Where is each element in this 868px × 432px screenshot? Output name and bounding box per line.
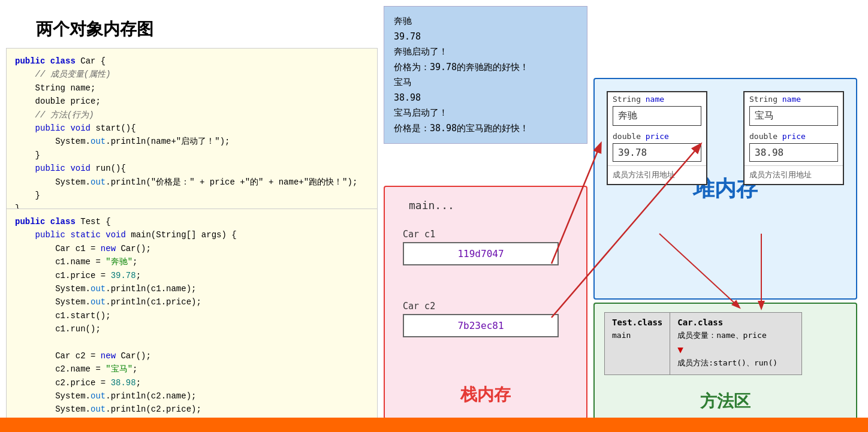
car-class-title: Car.class [677,318,794,327]
method-area-box: Test.class main Car.class 成员变量：name、pric… [593,303,857,422]
car-class-method-arrow: ▼ [677,342,794,358]
car-class-methods: 成员方法:start()、run() [677,357,794,370]
stack-c2-ref: 7b23ec81 [403,314,559,337]
stack-memory-label: 栈内存 [460,383,511,406]
obj1-method-ref: 成员方法引用地址 [608,165,706,184]
stack-c2-label: Car c2 [403,301,559,312]
heap-obj1-card: String name 奔驰 double price 39.78 成员方法引用… [607,91,707,185]
method-area-label: 方法区 [700,390,751,413]
car-class-members: 成员变量：name、price [677,330,794,342]
stack-memory-box: main... Car c1 119d7047 Car c2 7b23ec81 … [384,186,587,419]
stack-main-label: main... [409,199,454,212]
output-line-4: 价格为：39.78的奔驰跑的好快！ [394,60,577,75]
obj2-name-value: 宝马 [749,106,838,126]
output-line-6: 38.98 [394,90,577,106]
output-line-7: 宝马启动了！ [394,105,577,121]
car-class-card: Car.class 成员变量：name、price ▼ 成员方法:start()… [670,312,802,375]
method-area-inner: Test.class main Car.class 成员变量：name、pric… [604,312,846,375]
car-class-keyword: public class [15,56,76,66]
stack-c1-container: Car c1 119d7047 [403,229,559,265]
obj1-name-label: String name [608,92,706,105]
stack-c2-container: Car c2 7b23ec81 [403,301,559,337]
test-code-panel: public class Test { public static void m… [6,209,378,432]
output-line-3: 奔驰启动了！ [394,44,577,60]
output-line-5: 宝马 [394,75,577,90]
obj1-price-label: double price [608,129,706,142]
page-title: 两个对象内存图 [36,18,153,41]
obj1-name-value: 奔驰 [613,106,701,126]
output-panel: 奔驰 39.78 奔驰启动了！ 价格为：39.78的奔驰跑的好快！ 宝马 38.… [384,6,587,144]
output-line-1: 奔驰 [394,14,577,29]
heap-obj2-card: String name 宝马 double price 38.98 成员方法引用… [743,91,844,185]
heap-memory-box: 堆内存 String name 奔驰 double price 39.78 成员… [593,78,857,300]
bottom-bar [0,418,868,432]
car-comment-field: // 成员变量(属性) [15,70,111,79]
obj2-price-value: 38.98 [749,143,838,162]
test-class-title: Test.class [612,318,662,327]
stack-c1-label: Car c1 [403,229,559,240]
obj1-price-value: 39.78 [613,143,701,162]
output-line-2: 39.78 [394,29,577,45]
car-code-panel: public class Car { // 成员变量(属性) String na… [6,48,378,222]
test-class-card: Test.class main [604,312,670,375]
car-comment-method: // 方法(行为) [15,110,94,120]
obj2-method-ref: 成员方法引用地址 [745,165,843,184]
test-class-content: main [612,330,662,342]
stack-c1-ref: 119d7047 [403,242,559,265]
obj2-name-label: String name [745,92,843,105]
output-line-8: 价格是：38.98的宝马跑的好快！ [394,121,577,137]
obj2-price-label: double price [745,129,843,142]
